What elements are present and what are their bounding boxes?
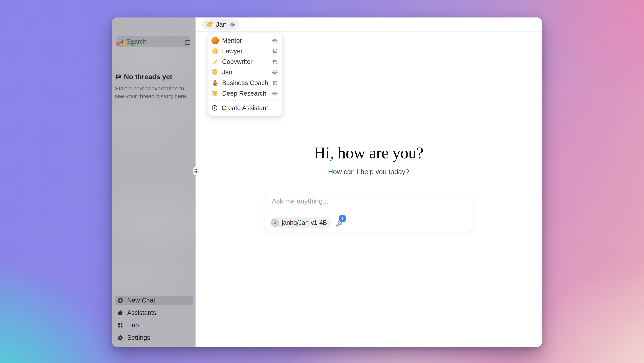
pencil-icon [211,58,219,66]
menu-item-label: Deep Research [222,90,268,97]
item-settings-gear-icon[interactable] [272,69,278,76]
model-selector[interactable]: J janhq/Jan-v1-4B [270,217,331,228]
search-input[interactable] [126,38,187,45]
waving-hand-icon [211,90,219,97]
sidebar-nav: New Chat Assistants Hub Settings [114,296,193,342]
composer-card: J janhq/Jan-v1-4B 1 [265,193,473,232]
assistant-dropdown-menu: Mentor Lawyer Copywriter Jan [208,33,282,116]
search-field[interactable] [116,36,190,47]
item-settings-gear-icon[interactable] [272,90,278,97]
sidebar: No threads yet Start a new conversation … [112,18,196,347]
menu-item-deep-research[interactable]: Deep Research [208,88,282,99]
empty-state-description: Start a new conversation to see your thr… [115,85,190,100]
grid-plus-icon [117,322,124,328]
sidebar-item-label: Settings [127,334,150,341]
menu-item-business-coach[interactable]: Business Coach [208,78,282,88]
circle-plus-icon [117,297,124,303]
robot-icon [117,310,124,316]
desktop-background: No threads yet Start a new conversation … [0,0,644,363]
model-avatar: J [272,219,279,227]
create-assistant-label: Create Assistant [222,104,268,112]
greeting: Hi, how are you? How can I help you toda… [196,144,542,176]
app-window: No threads yet Start a new conversation … [112,18,542,347]
menu-item-mentor[interactable]: Mentor [208,35,282,46]
menu-item-jan[interactable]: Jan [208,67,282,78]
circle-plus-outline-icon [211,105,218,111]
tools-button[interactable]: 1 [335,218,343,228]
orange-circle-icon [211,37,219,44]
menu-item-label: Mentor [222,37,268,44]
assistant-name: Jan [216,21,227,28]
main-panel: Jan Mentor Lawyer Copywriter [196,18,542,347]
item-settings-gear-icon[interactable] [272,80,278,86]
composer-toolbar: J janhq/Jan-v1-4B 1 [270,217,343,228]
grip-dots-icon [194,169,197,173]
menu-item-lawyer[interactable]: Lawyer [208,46,282,57]
model-name: janhq/Jan-v1-4B [282,219,327,226]
waving-hand-icon [206,21,213,28]
search-icon [119,39,124,44]
sidebar-item-label: New Chat [127,297,155,304]
sidebar-item-label: Assistants [127,309,156,316]
sidebar-item-hub[interactable]: Hub [114,320,193,330]
sidebar-item-label: Hub [127,322,139,329]
gear-icon [117,334,124,341]
greeting-subtitle: How can I help you today? [196,168,542,176]
tools-count-badge: 1 [339,215,346,222]
waving-hand-icon [211,69,219,76]
assistant-selector-pill[interactable]: Jan [202,19,239,30]
sidebar-item-new-chat[interactable]: New Chat [114,296,193,305]
item-settings-gear-icon[interactable] [272,38,278,44]
menu-item-label: Business Coach [222,79,268,87]
threads-empty-state: No threads yet Start a new conversation … [115,73,190,100]
message-input[interactable] [272,197,466,213]
chat-bubble-icon [115,74,122,80]
item-settings-gear-icon[interactable] [272,59,278,65]
menu-item-label: Jan [222,69,268,76]
menu-item-label: Copywriter [222,58,268,65]
greeting-title: Hi, how are you? [196,144,542,162]
item-settings-gear-icon[interactable] [272,48,278,54]
zipper-mouth-face-icon [211,47,219,55]
sidebar-item-settings[interactable]: Settings [114,333,193,342]
sidebar-item-assistants[interactable]: Assistants [114,308,193,318]
sidebar-resize-handle[interactable] [193,167,198,175]
money-bag-icon [211,79,219,87]
assistant-settings-gear-icon[interactable] [229,22,235,27]
create-assistant-button[interactable]: Create Assistant [208,102,282,113]
empty-state-title: No threads yet [124,73,172,81]
menu-item-label: Lawyer [222,48,268,55]
menu-item-copywriter[interactable]: Copywriter [208,57,282,67]
titlebar: Jan [196,18,542,32]
